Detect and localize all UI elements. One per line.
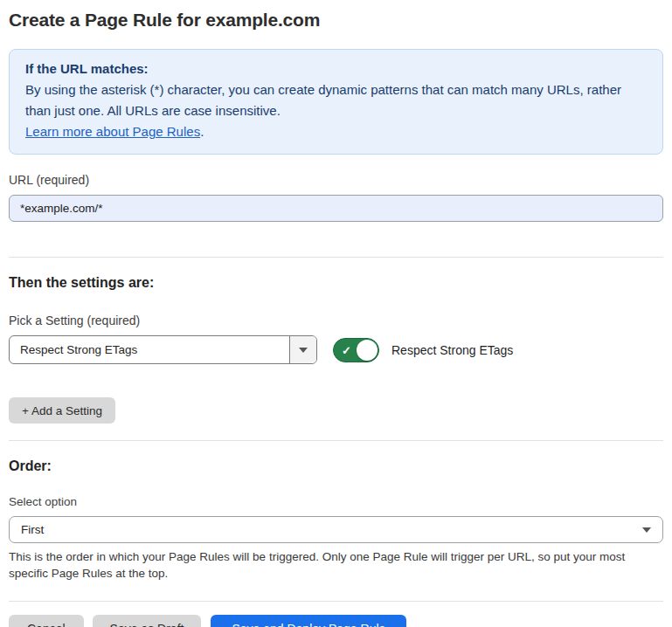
info-box-heading: If the URL matches: (25, 59, 647, 79)
cancel-button[interactable]: Cancel (9, 615, 84, 627)
chevron-down-icon (299, 348, 308, 353)
order-select[interactable]: First (9, 516, 663, 543)
etags-toggle[interactable]: ✓ (333, 338, 379, 362)
order-help-text: This is the order in which your Page Rul… (9, 548, 663, 582)
setting-select[interactable]: Respect Strong ETags (9, 335, 317, 364)
settings-section-heading: Then the settings are: (9, 275, 663, 291)
url-input[interactable] (9, 195, 663, 222)
order-select-label: Select option (9, 495, 663, 508)
url-match-info-box: If the URL matches: By using the asteris… (9, 49, 663, 155)
toggle-knob (357, 340, 378, 361)
info-box-link-line: Learn more about Page Rules. (25, 121, 647, 142)
page-rule-form: Create a Page Rule for example.com If th… (0, 10, 672, 627)
check-icon: ✓ (342, 344, 351, 355)
info-box-body: By using the asterisk (*) character, you… (25, 79, 647, 121)
add-setting-button[interactable]: + Add a Setting (9, 397, 115, 424)
chevron-down-icon (642, 527, 651, 533)
save-and-deploy-button[interactable]: Save and Deploy Page Rule (211, 615, 406, 627)
order-select-value: First (21, 523, 44, 536)
setting-row: Respect Strong ETags ✓ Respect Strong ET… (9, 335, 663, 364)
link-period: . (200, 124, 204, 139)
setting-select-arrow-button[interactable] (289, 336, 316, 363)
form-actions: Cancel Save as Draft Save and Deploy Pag… (9, 615, 663, 627)
learn-more-link[interactable]: Learn more about Page Rules (25, 124, 200, 139)
pick-setting-label: Pick a Setting (required) (9, 314, 663, 327)
setting-select-value: Respect Strong ETags (10, 336, 289, 363)
divider (9, 601, 663, 602)
divider (9, 257, 663, 258)
order-section-heading: Order: (9, 458, 663, 474)
toggle-label: Respect Strong ETags (391, 343, 513, 357)
url-label: URL (required) (9, 173, 663, 187)
save-as-draft-button[interactable]: Save as Draft (93, 615, 202, 627)
page-title: Create a Page Rule for example.com (9, 10, 663, 31)
divider (9, 440, 663, 441)
